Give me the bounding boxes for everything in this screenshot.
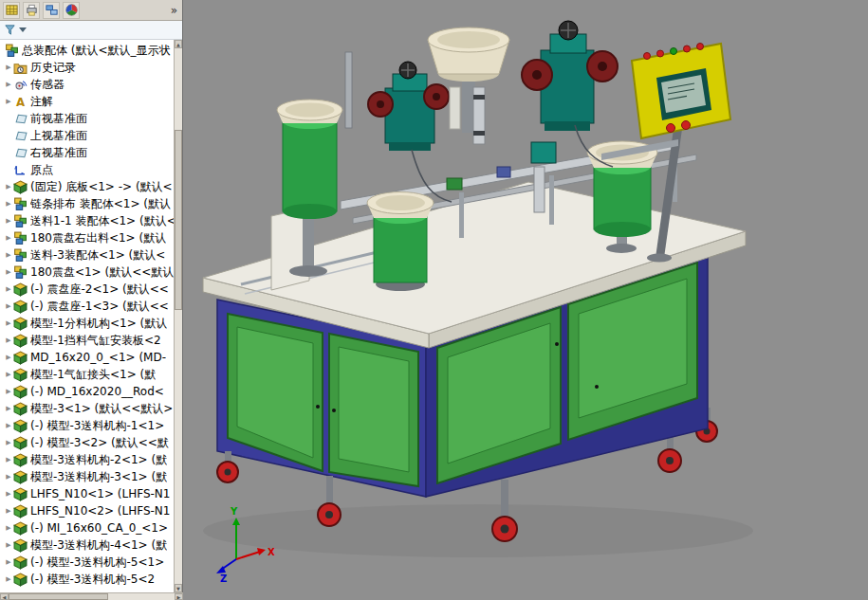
tree-item[interactable]: ▶ (-) 震盘座-1<3> (默认<< (0, 298, 174, 315)
top-toolbar: » (0, 0, 182, 21)
tree-item-label: (-) 模型-3送料机构-1<1> (30, 418, 164, 434)
tree-item-label: MD_16x20_0_<1> (MD- (30, 351, 166, 364)
grid-document-icon[interactable] (3, 2, 20, 19)
filter-funnel-icon[interactable] (4, 24, 16, 36)
expand-arrow-icon[interactable]: ▶ (4, 229, 13, 246)
tree-item[interactable]: ▶ 传感器 (0, 76, 174, 93)
tree-item[interactable]: ▶ 模型-1挡料气缸安装板<2 (0, 332, 174, 349)
plane-icon (13, 112, 28, 126)
tree-item[interactable]: ▶ (-) 模型-3送料机构-5<2 (0, 571, 174, 588)
tree-item-label: 链条排布 装配体<1> (默认 (30, 196, 171, 212)
scroll-up-icon[interactable]: ▲ (175, 40, 182, 48)
annotation-icon: A (13, 95, 28, 109)
tree-item[interactable]: 上视基准面 (0, 127, 174, 144)
scroll-down-icon[interactable]: ▼ (175, 584, 182, 592)
expand-arrow-icon[interactable]: ▶ (4, 400, 13, 417)
tree-item[interactable]: ▶ 模型-3送料机构-4<1> (默 (0, 536, 174, 554)
expand-arrow-icon[interactable]: ▶ (4, 468, 13, 485)
tree-item[interactable]: ▶ 送料-3装配体<1> (默认< (0, 246, 174, 264)
panel-button (697, 44, 704, 50)
part-icon (13, 504, 28, 518)
tree-item[interactable]: ▶ 链条排布 装配体<1> (默认 (0, 195, 174, 212)
scroll-right-icon[interactable]: ▶ (175, 593, 183, 600)
tree-item[interactable]: ▶ 模型-3送料机构-3<1> (默 (0, 468, 174, 485)
tree-item-label: 总装配体 (默认<默认_显示状 (22, 43, 171, 59)
tree-item[interactable]: ▶ 模型-1分料机构<1> (默认 (0, 315, 174, 332)
door-handle (555, 342, 559, 346)
tree-item[interactable]: ▶ MD_16x20_0_<1> (MD- (0, 349, 174, 366)
door-handle (332, 409, 336, 412)
tree-item[interactable]: ▶ LHFS_N10<2> (LHFS-N1 (0, 502, 174, 519)
assembly-icon (13, 197, 28, 211)
scroll-left-icon[interactable]: ◀ (0, 593, 9, 600)
expand-arrow-icon[interactable]: ▶ (4, 246, 13, 264)
part-icon (13, 573, 28, 587)
expand-arrow-icon[interactable]: ▶ (4, 417, 13, 434)
assembly-icon (13, 214, 28, 228)
graphics-viewport[interactable]: Y X Z (184, 0, 868, 600)
expand-arrow-icon[interactable]: ▶ (4, 178, 13, 195)
expand-arrow-icon[interactable]: ▶ (4, 502, 13, 519)
tree-item[interactable]: ▶ (-) MD_16x2020__Rod< (0, 383, 174, 400)
expand-arrow-icon[interactable]: ▶ (4, 264, 13, 281)
drawing-views-icon[interactable] (43, 2, 60, 19)
tree-item[interactable]: ▶ 模型-1气缸接头<1> (默 (0, 366, 174, 383)
toolbar-overflow-chevron-icon[interactable]: » (171, 4, 179, 17)
chevron-down-icon[interactable] (19, 27, 27, 32)
expand-arrow-icon[interactable]: ▶ (4, 332, 13, 349)
feature-tree: 总装配体 (默认<默认_显示状 ▶ 历史记录 ▶ 传感器 ▶ A 注解 前视基准… (0, 40, 174, 592)
expand-arrow-icon[interactable]: ▶ (4, 76, 13, 93)
expand-arrow-icon[interactable]: ▶ (4, 298, 13, 315)
expand-arrow-icon[interactable]: ▶ (4, 366, 13, 383)
tree-item[interactable]: ▶ 180震盘右出料<1> (默认 (0, 229, 174, 246)
horizontal-scroll-thumb[interactable] (9, 593, 108, 600)
ground-shadow (203, 504, 753, 557)
tree-item-label: 历史记录 (30, 60, 76, 76)
expand-arrow-icon[interactable]: ▶ (4, 93, 13, 110)
tree-item[interactable]: ▶ 历史记录 (0, 59, 174, 76)
expand-arrow-icon[interactable]: ▶ (4, 383, 13, 400)
expand-arrow-icon[interactable]: ▶ (4, 315, 13, 332)
expand-arrow-icon[interactable]: ▶ (4, 434, 13, 451)
tree-item-label: 模型-3<1> (默认<<默认> (30, 401, 173, 417)
tree-item-label: (固定) 底板<1> -> (默认< (30, 179, 173, 195)
assembly-icon (5, 44, 19, 58)
expand-arrow-icon[interactable]: ▶ (4, 451, 13, 468)
expand-arrow-icon[interactable]: ▶ (4, 554, 13, 571)
tree-item-label: 模型-3送料机构-3<1> (默 (30, 469, 167, 485)
tree-item[interactable]: 总装配体 (默认<默认_显示状 (0, 42, 174, 59)
tree-item-label: (-) MI_16x60_CA_0_<1> (30, 521, 168, 535)
expand-arrow-icon[interactable]: ▶ (4, 349, 13, 366)
tree-item[interactable]: 原点 (0, 161, 174, 178)
tree-item[interactable]: ▶ (固定) 底板<1> -> (默认< (0, 178, 174, 195)
expand-arrow-icon[interactable]: ▶ (4, 536, 13, 554)
vertical-scroll-thumb[interactable] (175, 130, 182, 310)
tree-item[interactable]: ▶ A 注解 (0, 93, 174, 110)
tree-item[interactable]: ▶ 送料1-1 装配体<1> (默认< (0, 212, 174, 229)
tree-item[interactable]: ▶ (-) MI_16x60_CA_0_<1> (0, 519, 174, 536)
tree-item[interactable]: ▶ (-) 模型-3<2> (默认<<默 (0, 434, 174, 451)
tree-item[interactable]: ▶ (-) 震盘座-2<1> (默认<< (0, 281, 174, 298)
tree-horizontal-scrollbar[interactable]: ◀ ▶ (0, 592, 183, 600)
tree-item[interactable]: ▶ LHFS_N10<1> (LHFS-N1 (0, 485, 174, 502)
tree-item[interactable]: ▶ 模型-3<1> (默认<<默认> (0, 400, 174, 417)
tree-item[interactable]: ▶ 180震盘<1> (默认<<默认 (0, 264, 174, 281)
tree-item[interactable]: 前视基准面 (0, 110, 174, 127)
tree-item[interactable]: ▶ 模型-3送料机构-2<1> (默 (0, 451, 174, 468)
expand-arrow-icon[interactable]: ▶ (4, 485, 13, 502)
tree-item[interactable]: 右视基准面 (0, 144, 174, 161)
expand-arrow-icon[interactable]: ▶ (4, 59, 13, 76)
print-icon[interactable] (23, 2, 40, 19)
tree-item[interactable]: ▶ (-) 模型-3送料机构-1<1> (0, 417, 174, 434)
tree-item-label: 送料-3装配体<1> (默认< (30, 247, 165, 264)
tree-item-label: 右视基准面 (30, 145, 87, 161)
part-icon (13, 419, 28, 433)
expand-arrow-icon[interactable]: ▶ (4, 212, 13, 229)
appearance-wheel-icon[interactable] (63, 2, 80, 19)
expand-arrow-icon[interactable]: ▶ (4, 195, 13, 212)
expand-arrow-icon[interactable]: ▶ (4, 519, 13, 536)
expand-arrow-icon[interactable]: ▶ (4, 281, 13, 298)
tree-vertical-scrollbar[interactable]: ▲ ▼ (174, 40, 182, 592)
expand-arrow-icon[interactable]: ▶ (4, 571, 13, 588)
tree-item[interactable]: ▶ (-) 模型-3送料机构-5<1> (0, 554, 174, 571)
